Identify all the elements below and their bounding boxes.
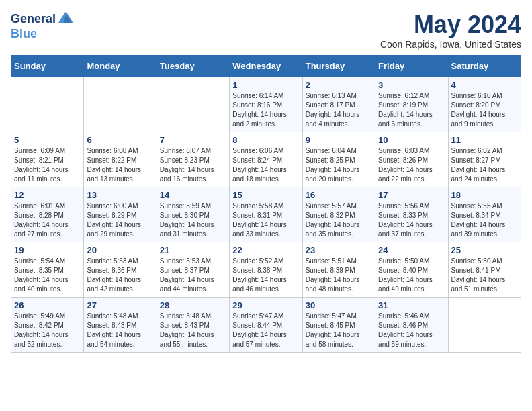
day-info: Sunrise: 5:50 AMSunset: 8:40 PMDaylight:… xyxy=(378,257,445,294)
day-info: Sunrise: 5:56 AMSunset: 8:33 PMDaylight:… xyxy=(378,201,445,239)
day-number: 22 xyxy=(232,245,299,255)
day-number: 23 xyxy=(306,245,372,255)
calendar-cell: 1Sunrise: 6:14 AMSunset: 8:16 PMDaylight… xyxy=(230,77,302,132)
day-info: Sunrise: 6:07 AMSunset: 8:23 PMDaylight:… xyxy=(160,146,226,184)
calendar-cell: 19Sunrise: 5:54 AMSunset: 8:35 PMDayligh… xyxy=(11,242,84,298)
calendar-week-row: 5Sunrise: 6:09 AMSunset: 8:21 PMDaylight… xyxy=(11,132,521,187)
calendar-cell: 2Sunrise: 6:13 AMSunset: 8:17 PMDaylight… xyxy=(302,77,375,132)
logo-general-text: General xyxy=(11,12,56,26)
day-number: 29 xyxy=(232,300,299,310)
day-number: 10 xyxy=(378,135,445,145)
title-area: May 2024 Coon Rapids, Iowa, United State… xyxy=(380,11,521,50)
calendar-week-row: 1Sunrise: 6:14 AMSunset: 8:16 PMDaylight… xyxy=(11,77,521,132)
calendar-cell: 5Sunrise: 6:09 AMSunset: 8:21 PMDaylight… xyxy=(11,132,84,187)
calendar-week-row: 12Sunrise: 6:01 AMSunset: 8:28 PMDayligh… xyxy=(11,187,521,242)
weekday-header: Wednesday xyxy=(230,56,302,77)
calendar-cell xyxy=(448,298,521,353)
calendar-cell: 12Sunrise: 6:01 AMSunset: 8:28 PMDayligh… xyxy=(11,187,84,242)
calendar-cell: 9Sunrise: 6:04 AMSunset: 8:25 PMDaylight… xyxy=(302,132,375,187)
calendar-cell: 28Sunrise: 5:48 AMSunset: 8:43 PMDayligh… xyxy=(157,298,229,353)
day-info: Sunrise: 5:50 AMSunset: 8:41 PMDaylight:… xyxy=(451,257,518,294)
day-number: 26 xyxy=(14,300,81,310)
day-number: 2 xyxy=(306,80,372,90)
day-number: 4 xyxy=(451,80,518,90)
location-text: Coon Rapids, Iowa, United States xyxy=(380,39,521,50)
calendar-cell: 24Sunrise: 5:50 AMSunset: 8:40 PMDayligh… xyxy=(375,242,448,298)
calendar-cell: 21Sunrise: 5:53 AMSunset: 8:37 PMDayligh… xyxy=(157,242,229,298)
calendar-week-row: 19Sunrise: 5:54 AMSunset: 8:35 PMDayligh… xyxy=(11,242,521,298)
day-number: 12 xyxy=(14,190,81,200)
weekday-header: Tuesday xyxy=(157,56,229,77)
day-number: 3 xyxy=(378,80,445,90)
day-info: Sunrise: 6:09 AMSunset: 8:21 PMDaylight:… xyxy=(14,146,81,184)
logo-icon xyxy=(57,11,73,27)
calendar-cell: 17Sunrise: 5:56 AMSunset: 8:33 PMDayligh… xyxy=(375,187,448,242)
day-info: Sunrise: 5:53 AMSunset: 8:36 PMDaylight:… xyxy=(87,257,153,294)
day-info: Sunrise: 6:01 AMSunset: 8:28 PMDaylight:… xyxy=(14,201,81,239)
day-number: 15 xyxy=(232,190,299,200)
logo-blue-text: Blue xyxy=(11,27,37,40)
day-number: 17 xyxy=(378,190,445,200)
calendar-cell: 7Sunrise: 6:07 AMSunset: 8:23 PMDaylight… xyxy=(157,132,229,187)
day-info: Sunrise: 6:04 AMSunset: 8:25 PMDaylight:… xyxy=(306,146,372,184)
calendar-cell: 14Sunrise: 5:59 AMSunset: 8:30 PMDayligh… xyxy=(157,187,229,242)
calendar-cell: 29Sunrise: 5:47 AMSunset: 8:44 PMDayligh… xyxy=(230,298,302,353)
day-info: Sunrise: 6:06 AMSunset: 8:24 PMDaylight:… xyxy=(232,146,299,184)
calendar-cell xyxy=(84,77,157,132)
day-number: 24 xyxy=(378,245,445,255)
day-info: Sunrise: 5:53 AMSunset: 8:37 PMDaylight:… xyxy=(160,257,226,294)
day-info: Sunrise: 6:00 AMSunset: 8:29 PMDaylight:… xyxy=(87,201,153,239)
calendar-cell: 22Sunrise: 5:52 AMSunset: 8:38 PMDayligh… xyxy=(230,242,302,298)
day-number: 16 xyxy=(306,190,372,200)
calendar-cell: 4Sunrise: 6:10 AMSunset: 8:20 PMDaylight… xyxy=(448,77,521,132)
calendar-cell xyxy=(11,77,84,132)
day-number: 27 xyxy=(87,300,153,310)
calendar-cell: 20Sunrise: 5:53 AMSunset: 8:36 PMDayligh… xyxy=(84,242,157,298)
weekday-header: Thursday xyxy=(302,56,375,77)
calendar-table: SundayMondayTuesdayWednesdayThursdayFrid… xyxy=(11,55,521,353)
day-number: 20 xyxy=(87,245,153,255)
day-info: Sunrise: 5:47 AMSunset: 8:44 PMDaylight:… xyxy=(232,312,299,349)
calendar-cell: 8Sunrise: 6:06 AMSunset: 8:24 PMDaylight… xyxy=(230,132,302,187)
day-number: 14 xyxy=(160,190,226,200)
day-number: 28 xyxy=(160,300,226,310)
calendar-cell: 13Sunrise: 6:00 AMSunset: 8:29 PMDayligh… xyxy=(84,187,157,242)
calendar-cell: 23Sunrise: 5:51 AMSunset: 8:39 PMDayligh… xyxy=(302,242,375,298)
calendar-cell: 31Sunrise: 5:46 AMSunset: 8:46 PMDayligh… xyxy=(375,298,448,353)
day-info: Sunrise: 5:54 AMSunset: 8:35 PMDaylight:… xyxy=(14,257,81,294)
day-number: 9 xyxy=(306,135,372,145)
day-info: Sunrise: 5:55 AMSunset: 8:34 PMDaylight:… xyxy=(451,201,518,239)
calendar-cell: 6Sunrise: 6:08 AMSunset: 8:22 PMDaylight… xyxy=(84,132,157,187)
day-info: Sunrise: 5:49 AMSunset: 8:42 PMDaylight:… xyxy=(14,312,81,349)
day-number: 8 xyxy=(232,135,299,145)
day-number: 7 xyxy=(160,135,226,145)
day-info: Sunrise: 5:58 AMSunset: 8:31 PMDaylight:… xyxy=(232,201,299,239)
weekday-header: Friday xyxy=(375,56,448,77)
calendar-cell: 10Sunrise: 6:03 AMSunset: 8:26 PMDayligh… xyxy=(375,132,448,187)
day-info: Sunrise: 6:08 AMSunset: 8:22 PMDaylight:… xyxy=(87,146,153,184)
calendar-cell: 25Sunrise: 5:50 AMSunset: 8:41 PMDayligh… xyxy=(448,242,521,298)
weekday-header: Monday xyxy=(84,56,157,77)
day-info: Sunrise: 5:46 AMSunset: 8:46 PMDaylight:… xyxy=(378,312,445,349)
page-header: General Blue May 2024 Coon Rapids, Iowa,… xyxy=(11,11,521,50)
day-number: 21 xyxy=(160,245,226,255)
calendar-cell: 26Sunrise: 5:49 AMSunset: 8:42 PMDayligh… xyxy=(11,298,84,353)
month-title: May 2024 xyxy=(380,11,521,39)
calendar-cell xyxy=(157,77,229,132)
day-info: Sunrise: 6:13 AMSunset: 8:17 PMDaylight:… xyxy=(306,91,372,129)
calendar-cell: 3Sunrise: 6:12 AMSunset: 8:19 PMDaylight… xyxy=(375,77,448,132)
calendar-cell: 15Sunrise: 5:58 AMSunset: 8:31 PMDayligh… xyxy=(230,187,302,242)
day-info: Sunrise: 6:02 AMSunset: 8:27 PMDaylight:… xyxy=(451,146,518,184)
day-number: 13 xyxy=(87,190,153,200)
day-info: Sunrise: 5:52 AMSunset: 8:38 PMDaylight:… xyxy=(232,257,299,294)
day-number: 18 xyxy=(451,190,518,200)
day-info: Sunrise: 6:10 AMSunset: 8:20 PMDaylight:… xyxy=(451,91,518,129)
day-number: 30 xyxy=(306,300,372,310)
day-info: Sunrise: 5:57 AMSunset: 8:32 PMDaylight:… xyxy=(306,201,372,239)
logo: General Blue xyxy=(11,11,73,41)
day-info: Sunrise: 5:47 AMSunset: 8:45 PMDaylight:… xyxy=(306,312,372,349)
calendar-cell: 18Sunrise: 5:55 AMSunset: 8:34 PMDayligh… xyxy=(448,187,521,242)
day-number: 19 xyxy=(14,245,81,255)
calendar-header-row: SundayMondayTuesdayWednesdayThursdayFrid… xyxy=(11,56,521,77)
day-number: 31 xyxy=(378,300,445,310)
